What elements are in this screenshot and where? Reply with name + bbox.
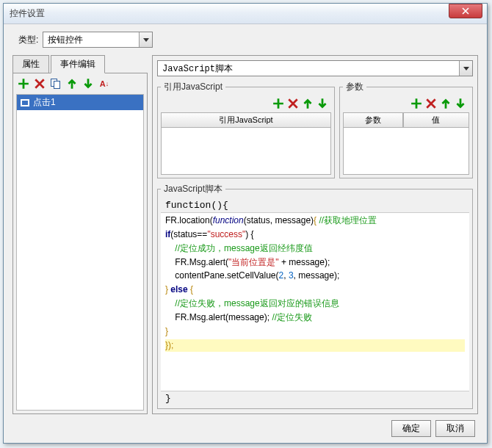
fn-close: } [161, 391, 469, 405]
param-col-name: 参数 [343, 112, 403, 128]
import-body[interactable] [161, 128, 331, 175]
script-type-value: JavaScript脚本 [158, 62, 459, 75]
panels-row: 引用JavaScript 引用JavaScript [157, 81, 473, 178]
titlebar: 控件设置 [4, 4, 487, 24]
event-item-label: 点击1 [33, 96, 56, 109]
script-type-combo[interactable]: JavaScript脚本 [157, 60, 473, 76]
events-toolbar: A↓ [16, 76, 144, 94]
move-down-icon[interactable] [316, 98, 328, 109]
param-legend: 参数 [343, 81, 366, 93]
sort-icon[interactable]: A↓ [98, 78, 110, 90]
move-up-icon[interactable] [66, 78, 78, 90]
events-panel: A↓ 点击1 [12, 73, 148, 414]
close-button[interactable] [449, 4, 482, 18]
type-combo[interactable]: 按钮控件 [43, 32, 153, 48]
delete-icon[interactable] [287, 98, 299, 109]
ok-button[interactable]: 确定 [391, 420, 431, 437]
move-up-icon[interactable] [440, 98, 452, 109]
chevron-down-icon [459, 61, 472, 76]
script-legend: JavaScript脚本 [161, 183, 225, 195]
footer: 确定 取消 [12, 414, 478, 437]
add-icon[interactable] [410, 98, 422, 109]
add-icon[interactable] [272, 98, 284, 109]
code-editor[interactable]: FR.location(function(status, message){ /… [161, 213, 469, 391]
param-panel: 参数 参数 值 [339, 81, 473, 178]
script-panel: JavaScript脚本 function(){ FR.location(fun… [157, 183, 473, 409]
move-down-icon[interactable] [82, 78, 94, 90]
add-icon[interactable] [18, 78, 29, 90]
import-js-panel: 引用JavaScript 引用JavaScript [157, 81, 335, 178]
tab-events[interactable]: 事件编辑 [51, 55, 105, 73]
param-toolbar [343, 96, 469, 111]
type-label: 类型: [18, 34, 38, 46]
import-legend: 引用JavaScript [161, 81, 225, 93]
event-item[interactable]: 点击1 [17, 95, 143, 110]
tabs: 属性 事件编辑 [12, 55, 148, 73]
type-row: 类型: 按钮控件 [12, 32, 478, 48]
import-table: 引用JavaScript [161, 112, 331, 175]
param-body[interactable] [343, 128, 469, 175]
delete-icon[interactable] [425, 98, 437, 109]
copy-icon[interactable] [50, 78, 62, 90]
left-pane: 属性 事件编辑 A↓ 点击1 [12, 55, 148, 414]
event-icon [20, 98, 30, 107]
move-down-icon[interactable] [455, 98, 466, 109]
param-table: 参数 值 [343, 112, 469, 175]
event-list[interactable]: 点击1 [16, 94, 144, 411]
param-col-value: 值 [403, 112, 469, 128]
move-up-icon[interactable] [302, 98, 314, 109]
fn-open: function(){ [161, 198, 469, 213]
type-value: 按钮控件 [43, 34, 139, 46]
right-pane: JavaScript脚本 引用JavaScript 引用JavaSc [152, 55, 478, 414]
dialog-window: 控件设置 类型: 按钮控件 属性 事件编辑 [3, 3, 488, 444]
chevron-down-icon [139, 32, 152, 47]
window-title: 控件设置 [10, 7, 449, 20]
delete-icon[interactable] [34, 78, 46, 90]
import-toolbar [161, 96, 331, 111]
tab-properties[interactable]: 属性 [12, 55, 49, 73]
content: 类型: 按钮控件 属性 事件编辑 [4, 24, 487, 443]
import-header: 引用JavaScript [161, 112, 331, 128]
cancel-button[interactable]: 取消 [435, 420, 475, 437]
body: 属性 事件编辑 A↓ 点击1 [12, 55, 478, 414]
